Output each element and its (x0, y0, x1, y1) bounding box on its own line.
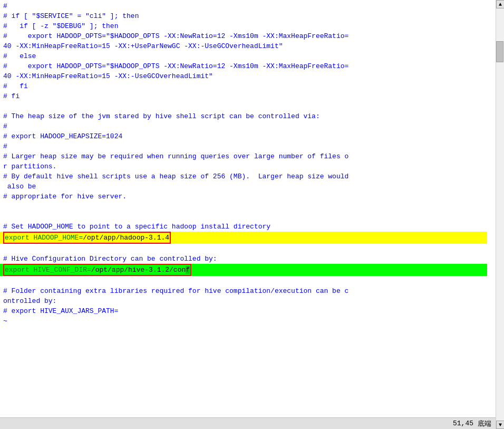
code-content[interactable]: # # if [ "$SERVICE" = "cli" ]; then # if… (0, 0, 496, 417)
line-2: # if [ "$SERVICE" = "cli" ]; then (0, 11, 487, 21)
editor-main: # # if [ "$SERVICE" = "cli" ]; then # if… (0, 0, 496, 429)
cursor-position: 51,45 (453, 420, 473, 427)
line-20: # appropriate for hive server. (0, 192, 487, 202)
line-13: # (0, 121, 487, 131)
line-26: # Hive Configuration Directory can be co… (0, 254, 487, 264)
line-27: export HIVE_CONF_DIR=/opt/app/hive-3.1.2… (0, 264, 487, 276)
line-32: ~ (0, 316, 487, 326)
line-8: 40 -XX:MinHeapFreeRatio=15 -XX:-UseGCOve… (0, 71, 487, 81)
scroll-track[interactable] (496, 8, 504, 421)
line-21 (0, 202, 487, 212)
line-30: ontrolled by: (0, 296, 487, 306)
line-25 (0, 244, 487, 254)
hive-conf-dir-line: export HIVE_CONF_DIR=/opt/app/hive-3.1.2… (3, 264, 191, 276)
scroll-thumb[interactable] (496, 41, 503, 62)
line-5: 40 -XX:MinHeapFreeRatio=15 -XX:+UseParNe… (0, 41, 487, 51)
line-14: # export HADOOP_HEAPSIZE=1024 (0, 131, 487, 141)
line-4: # export HADOOP_OPTS="$HADOOP_OPTS -XX:N… (0, 31, 487, 41)
line-9: # fi (0, 81, 487, 91)
line-11 (0, 101, 487, 111)
hadoop-home-line: export HADOOP_HOME=/opt/app/hadoop-3.1.4 (3, 232, 171, 244)
line-31: # export HIVE_AUX_JARS_PATH= (0, 306, 487, 316)
line-6: # else (0, 51, 487, 61)
line-10: # fi (0, 91, 487, 101)
line-1: # (0, 1, 487, 11)
line-18: # By default hive shell scripts use a he… (0, 171, 487, 182)
line-22 (0, 212, 487, 222)
line-24: export HADOOP_HOME=/opt/app/hadoop-3.1.4 (0, 232, 487, 244)
line-23: # Set HADOOP_HOME to point to a specific… (0, 222, 487, 232)
line-15: # (0, 141, 487, 151)
line-28 (0, 276, 487, 286)
line-16: # Larger heap size may be required when … (0, 151, 487, 161)
line-3: # if [ -z "$DEBUG" ]; then (0, 21, 487, 31)
scroll-up-button[interactable]: ▲ (496, 0, 504, 8)
line-19: also be (0, 182, 487, 192)
line-12: # The heap size of the jvm stared by hiv… (0, 111, 487, 121)
end-label: 底端 (478, 419, 491, 428)
scroll-down-button[interactable]: ▼ (496, 421, 504, 429)
vertical-scrollbar[interactable]: ▲ ▼ (496, 0, 504, 429)
line-29: # Folder containing extra libraries requ… (0, 286, 487, 296)
line-7: # export HADOOP_OPTS="$HADOOP_OPTS -XX:N… (0, 61, 487, 71)
status-bar: 51,45 底端 (0, 417, 496, 429)
line-17: r partitions. (0, 161, 487, 171)
